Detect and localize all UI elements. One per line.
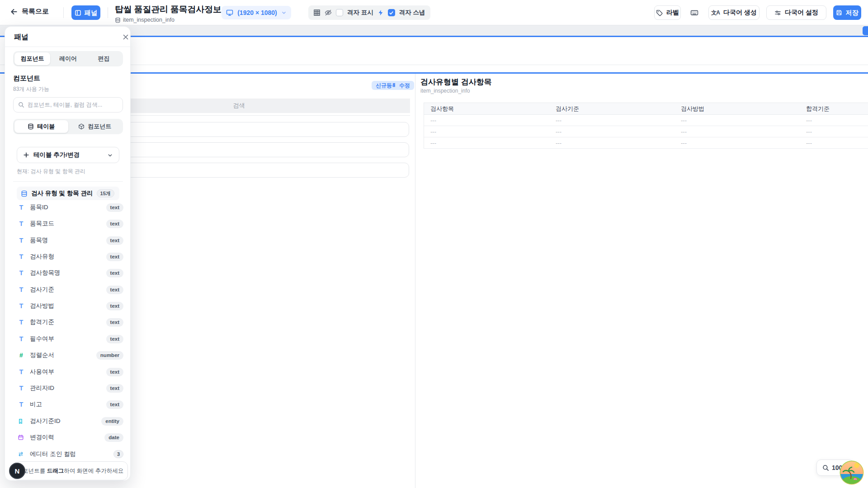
- grid-icon[interactable]: [313, 9, 321, 16]
- add-table-dropdown[interactable]: 테이블 추가/변경: [17, 147, 119, 163]
- edit-badge[interactable]: 수정: [395, 81, 414, 90]
- table-group-header[interactable]: 검사 유형 및 항목 관리 15개: [17, 187, 119, 200]
- tag-icon: [656, 9, 663, 16]
- field-row-partial[interactable]: 에디터 조인 컬럼 3: [18, 446, 123, 462]
- database-icon: [28, 123, 34, 130]
- field-row[interactable]: T합격기준text: [18, 314, 123, 330]
- keyboard-shortcuts-button[interactable]: [690, 9, 698, 16]
- tab-edit[interactable]: 편집: [86, 52, 122, 65]
- field-row[interactable]: T필수여부text: [18, 331, 123, 347]
- i18n-settings-text: 다국어 설정: [785, 9, 818, 17]
- field-row[interactable]: #정렬순서number: [18, 347, 123, 363]
- text-type-icon: T: [18, 286, 25, 293]
- field-type-badge: text: [106, 335, 123, 343]
- magnifier-icon: [822, 465, 829, 471]
- field-row[interactable]: T비고text: [18, 397, 123, 412]
- field-row[interactable]: T사용여부text: [18, 364, 123, 380]
- field-label: 필수여부: [30, 335, 101, 343]
- cell: ---: [424, 126, 549, 137]
- divider: [5, 47, 131, 47]
- search-input[interactable]: [28, 102, 118, 108]
- add-table-label: 테이블 추가/변경: [33, 151, 103, 159]
- field-type-badge: number: [96, 351, 123, 360]
- field-label: 검사유형: [30, 253, 101, 261]
- field-type-badge: date: [104, 433, 123, 442]
- field-count-badge: 15개: [97, 189, 114, 197]
- text-type-icon: T: [18, 237, 25, 244]
- field-row[interactable]: T검사항목명text: [18, 265, 123, 281]
- components-count: 83개 사용 가능: [13, 85, 49, 93]
- field-row[interactable]: T검사기준text: [18, 282, 123, 297]
- table-ref: item_inspection_info: [123, 17, 175, 23]
- field-type-badge: entity: [101, 417, 123, 426]
- search-header-text: 검색: [233, 102, 245, 110]
- table-row: --- --- --- ---: [424, 137, 868, 149]
- i18n-settings-button[interactable]: 다국어 설정: [766, 5, 826, 20]
- panel-toggle-button[interactable]: 패널: [71, 5, 100, 20]
- field-type-badge: text: [106, 400, 123, 409]
- resolution-dropdown[interactable]: (868 × 488): [222, 6, 291, 19]
- panel-close-button[interactable]: [121, 32, 131, 42]
- field-type-badge: text: [106, 318, 123, 327]
- field-row[interactable]: T검사유형text: [18, 249, 123, 264]
- field-row[interactable]: T품목명text: [18, 233, 123, 248]
- assistant-avatar[interactable]: N: [9, 463, 25, 479]
- grid-show-label: 격자 표시: [347, 9, 373, 17]
- grid-snap-label: 격자 스냅: [399, 9, 425, 17]
- i18n-generate-button[interactable]: 文A 다국어 생성: [708, 5, 760, 20]
- table-header-row: 검사항목 검사기준 검사방법 합격기준: [424, 103, 868, 115]
- field-label: 품목명: [30, 236, 101, 244]
- column-header: 검사항목: [424, 103, 549, 114]
- cube-icon: [78, 123, 85, 130]
- lightning-icon: [377, 9, 384, 16]
- entity-type-icon: [18, 418, 25, 425]
- field-row[interactable]: T관리자IDtext: [18, 380, 123, 396]
- page-title: 탑씰 품질관리 품목검사정보: [115, 4, 222, 15]
- field-row[interactable]: 검사기준ID entity: [18, 413, 123, 429]
- panel-tabs: 컴포넌트 레이어 편집: [13, 51, 123, 66]
- field-label: 검사항목명: [30, 269, 101, 277]
- panel-title: 패널: [14, 33, 28, 42]
- grid-snap-checkbox[interactable]: [388, 9, 395, 16]
- hint-bold: 드래그: [47, 468, 64, 474]
- side-panel: 패널 컴포넌트 레이어 편집 컴포넌트 83개 사용 가능 테이블 컴포넌트 테…: [5, 26, 131, 481]
- field-type-badge: text: [106, 220, 123, 228]
- back-label: 목록으로: [22, 7, 49, 16]
- cell: ---: [800, 126, 868, 137]
- panel-icon: [75, 9, 81, 16]
- resolution-value: (868 × 488): [237, 9, 277, 16]
- cell: ---: [549, 115, 675, 126]
- save-button[interactable]: 저장: [833, 5, 861, 20]
- text-type-icon: T: [18, 368, 25, 375]
- cell: ---: [800, 137, 868, 148]
- cell: ---: [549, 137, 675, 148]
- grid-show-checkbox[interactable]: [336, 9, 343, 16]
- eye-off-icon[interactable]: [325, 9, 332, 16]
- field-row[interactable]: 변경이력 date: [18, 430, 123, 445]
- component-search-box[interactable]: [13, 97, 123, 113]
- field-label: 사용여부: [30, 368, 101, 376]
- components-heading: 컴포넌트: [13, 74, 40, 83]
- source-tab-table[interactable]: 테이블: [14, 120, 68, 133]
- close-icon: [122, 33, 129, 41]
- cell: ---: [675, 115, 800, 126]
- column-header: 합격기준: [800, 103, 868, 114]
- join-columns-icon: [18, 451, 25, 457]
- tab-label: 편집: [98, 55, 110, 63]
- field-label: 변경이력: [30, 433, 99, 441]
- field-label: 검사방법: [30, 302, 101, 310]
- field-row[interactable]: T품목IDtext: [18, 200, 123, 215]
- inspection-items-table[interactable]: 검사항목 검사기준 검사방법 합격기준 --- --- --- --- --- …: [424, 103, 868, 149]
- field-label: 품목ID: [30, 203, 101, 211]
- tab-label: 컴포넌트: [21, 55, 44, 63]
- tab-layers[interactable]: 레이어: [50, 52, 86, 65]
- current-table-label: 현재: 검사 유형 및 항목 관리: [17, 168, 85, 175]
- field-row[interactable]: T품목코드text: [18, 216, 123, 231]
- detail-title: 검사유형별 검사항목: [420, 77, 492, 87]
- tab-components[interactable]: 컴포넌트: [14, 52, 50, 65]
- back-button[interactable]: 목록으로: [10, 7, 49, 16]
- source-tab-component[interactable]: 컴포넌트: [68, 120, 122, 133]
- island-badge[interactable]: [839, 460, 864, 485]
- label-button[interactable]: 라벨: [654, 5, 681, 20]
- field-row[interactable]: T검사방법text: [18, 298, 123, 314]
